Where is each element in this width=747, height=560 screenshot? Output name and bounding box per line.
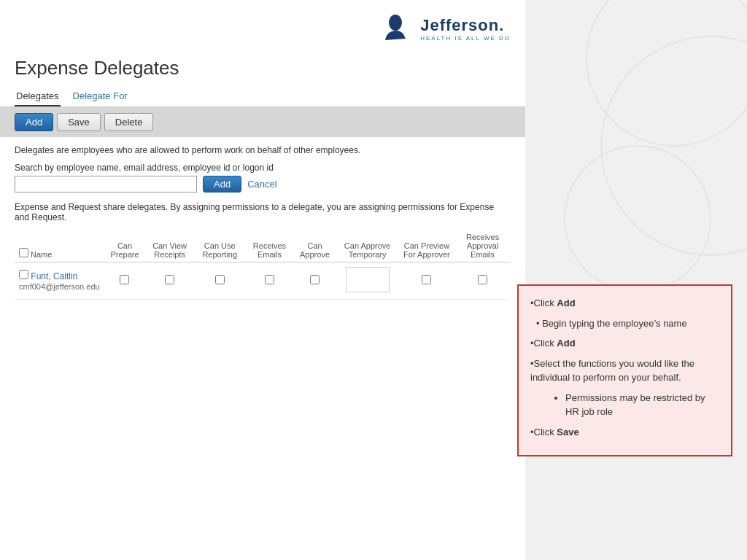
receives-approval-emails-cell: [454, 262, 511, 300]
svg-point-3: [389, 15, 402, 31]
description-area: Delegates are employees who are allowed …: [0, 137, 525, 159]
can-preview-for-approver-checkbox[interactable]: [422, 275, 431, 284]
can-view-receipts-checkbox[interactable]: [165, 275, 174, 284]
tab-delegates[interactable]: Delegates: [15, 87, 61, 106]
col-name: Name: [31, 250, 52, 259]
svg-point-2: [565, 146, 711, 292]
receives-emails-cell: [246, 262, 294, 300]
svg-point-0: [587, 0, 747, 146]
callout-item-4: •Select the functions you would like the…: [530, 357, 719, 385]
delegates-table: Name Can Prepare Can View Receipts Can U…: [15, 230, 511, 300]
can-prepare-checkbox[interactable]: [120, 275, 129, 284]
can-approve-temporary-textarea[interactable]: [346, 267, 390, 292]
logo-tagline: HEALTH IS ALL WE DO: [420, 35, 511, 42]
page-title: Expense Delegates: [15, 57, 511, 79]
search-label: Search by employee name, email address, …: [15, 163, 511, 173]
col-can-use-reporting: Can Use Reporting: [194, 230, 246, 262]
header: Jefferson. HEALTH IS ALL WE DO: [0, 0, 525, 50]
can-preview-for-approver-cell: [399, 262, 455, 300]
col-receives-approval-emails: Receives Approval Emails: [454, 230, 511, 262]
row-checkbox[interactable]: [19, 270, 28, 279]
callout-sub-item: Permissions may be restricted by HR job …: [565, 391, 719, 419]
jefferson-logo-icon: [379, 11, 414, 46]
search-add-button[interactable]: Add: [203, 176, 241, 192]
can-view-receipts-cell: [145, 262, 194, 300]
logo-name: Jefferson.: [420, 16, 511, 35]
can-approve-cell: [293, 262, 336, 300]
col-can-approve: Can Approve: [293, 230, 336, 262]
logo: Jefferson. HEALTH IS ALL WE DO: [379, 11, 511, 46]
callout-item-2: • Begin typing the employee’s name: [536, 316, 719, 331]
table-row: Funt, Caitlin cmf004@jefferson.edu: [15, 262, 511, 300]
col-can-prepare: Can Prepare: [104, 230, 146, 262]
share-note: Expense and Request share delegates. By …: [0, 200, 525, 230]
toolbar: Add Save Delete: [0, 107, 525, 137]
save-button[interactable]: Save: [57, 113, 101, 131]
col-can-preview-for-approver: Can Preview For Approver: [399, 230, 455, 262]
col-can-approve-temporary: Can Approve Temporary: [336, 230, 399, 262]
search-row: Add Cancel: [15, 176, 511, 192]
delete-button[interactable]: Delete: [104, 113, 154, 131]
receives-emails-checkbox[interactable]: [265, 275, 274, 284]
callout-sub-list: Permissions may be restricted by HR job …: [551, 391, 719, 419]
can-use-reporting-checkbox[interactable]: [215, 275, 225, 284]
callout-save: Save: [557, 427, 578, 438]
callout-box: •Click Add • Begin typing the employee’s…: [517, 284, 732, 456]
can-approve-temporary-cell: [336, 262, 399, 300]
delegate-email: cmf004@jefferson.edu: [19, 282, 100, 291]
add-button[interactable]: Add: [15, 113, 53, 131]
name-cell: Funt, Caitlin cmf004@jefferson.edu: [15, 262, 104, 300]
can-prepare-cell: [104, 262, 146, 300]
tab-delegate-for[interactable]: Delegate For: [71, 87, 129, 106]
can-approve-checkbox[interactable]: [310, 275, 320, 284]
search-area: Search by employee name, email address, …: [0, 159, 525, 200]
tabs-bar: Delegates Delegate For: [0, 83, 525, 107]
callout-item-3: •Click Add: [530, 336, 719, 351]
col-receives-emails: Receives Emails: [246, 230, 294, 262]
col-can-view-receipts: Can View Receipts: [145, 230, 194, 262]
can-use-reporting-cell: [194, 262, 246, 300]
callout-item-1: •Click Add: [530, 296, 719, 311]
page-title-area: Expense Delegates: [0, 50, 525, 83]
callout-add-1: Add: [557, 298, 575, 308]
delegates-description: Delegates are employees who are allowed …: [15, 145, 360, 155]
logo-text: Jefferson. HEALTH IS ALL WE DO: [420, 16, 511, 42]
table-area: Name Can Prepare Can View Receipts Can U…: [0, 230, 525, 300]
search-input[interactable]: [15, 176, 197, 192]
receives-approval-emails-checkbox[interactable]: [478, 275, 487, 284]
callout-add-2: Add: [557, 338, 575, 349]
select-all-checkbox[interactable]: [19, 248, 28, 257]
delegate-name: Funt, Caitlin: [31, 271, 77, 281]
search-cancel-link[interactable]: Cancel: [247, 179, 276, 190]
callout-item-5: •Click Save: [530, 425, 719, 440]
